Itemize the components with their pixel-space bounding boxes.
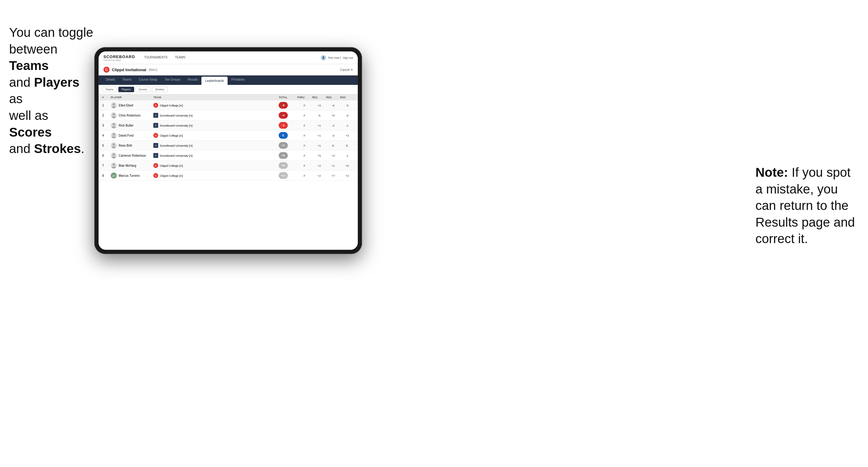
team-name: Clippd College [A]: [160, 164, 183, 167]
rd1-val: +1: [312, 124, 326, 127]
thru-val: F: [297, 164, 312, 167]
col-rd3: RD3: [340, 96, 354, 99]
team-name: Scoreboard University [A]: [160, 124, 193, 127]
score-total: +1: [279, 142, 297, 149]
player-rank: 2: [102, 114, 111, 117]
player-avatar: [111, 112, 117, 118]
player-avatar: [111, 162, 117, 168]
player-cell: Elliot Ebert: [111, 102, 153, 108]
user-avatar-icon: 👤: [321, 55, 326, 61]
table-row[interactable]: 5 Rees Britt ≡ Scoreboard University [A]…: [99, 141, 358, 151]
player-avatar: [111, 132, 117, 138]
rd3-val: -1: [340, 124, 354, 127]
player-rank: 5: [102, 144, 111, 147]
thru-val: F: [297, 104, 312, 107]
toggle-section: Teams Players Scores Strokes: [99, 85, 358, 94]
player-avatar: MT: [111, 173, 117, 179]
total-badge: E: [279, 132, 288, 139]
table-row[interactable]: 7 Blair McHarg C Clippd College [A] +9 F…: [99, 161, 358, 171]
toggle-teams[interactable]: Teams: [102, 87, 117, 92]
thru-val: F: [297, 174, 312, 177]
player-name: Chris Robertson: [119, 114, 141, 117]
score-total: -2: [279, 122, 297, 129]
rd1-val: +5: [312, 154, 326, 157]
tournament-gender: (Men): [149, 68, 158, 71]
rd1-val: +1: [312, 134, 326, 137]
col-team: TEAM: [153, 96, 214, 99]
team-name: Clippd College [A]: [160, 104, 183, 107]
player-avatar: [111, 143, 117, 149]
svg-point-12: [112, 156, 116, 158]
rd1-val: -5: [312, 114, 326, 117]
toggle-scores[interactable]: Scores: [135, 87, 151, 92]
total-badge: +9: [279, 162, 288, 169]
nav-tournaments[interactable]: TOURNAMENTS: [141, 55, 171, 61]
score-total: +11: [279, 172, 297, 179]
tab-printables[interactable]: Printables: [227, 75, 248, 85]
note-label: Note:: [755, 165, 788, 180]
col-player: PLAYER: [111, 96, 153, 99]
tab-details[interactable]: Details: [102, 75, 119, 85]
cancel-button[interactable]: Cancel ✕: [340, 68, 353, 71]
rd3-val: +6: [340, 164, 354, 167]
team-cell: C Clippd College [A]: [153, 163, 214, 168]
team-logo: C: [153, 133, 158, 138]
table-row[interactable]: 8 MT Marcus Turners C Clippd College [A]…: [99, 171, 358, 181]
table-row[interactable]: 6 Cameron Robertson ≡ Scoreboard Univers…: [99, 151, 358, 161]
scoreboard-logo: SCOREBOARD Powered by clippd: [103, 55, 135, 61]
rd1-val: +3: [312, 104, 326, 107]
player-name: Marcus Turners: [119, 174, 140, 177]
team-logo: C: [153, 103, 158, 108]
thru-val: F: [297, 114, 312, 117]
team-logo: ≡: [153, 153, 158, 158]
svg-point-2: [112, 106, 116, 108]
team-cell: ≡ Scoreboard University [A]: [153, 123, 214, 128]
score-total: -4: [279, 112, 297, 119]
player-cell: Cameron Robertson: [111, 152, 153, 158]
tab-tee-groups[interactable]: Tee Groups: [161, 75, 184, 85]
team-name: Clippd College [A]: [160, 174, 183, 177]
team-cell: C Clippd College [A]: [153, 133, 214, 138]
table-row[interactable]: 1 Elliot Ebert C Clippd College [A] -8 F…: [99, 100, 358, 111]
svg-point-6: [112, 126, 116, 128]
tournament-title: C Clippd Invitational (Men): [103, 67, 157, 73]
col-rd2: RD2: [326, 96, 340, 99]
sign-out-link[interactable]: Sign out: [343, 56, 353, 59]
player-rank: 3: [102, 124, 111, 127]
ipad-device: SCOREBOARD Powered by clippd TOURNAMENTS…: [94, 47, 362, 254]
player-name: Cameron Robertson: [119, 154, 146, 157]
table-row[interactable]: 2 Chris Robertson ≡ Scoreboard Universit…: [99, 111, 358, 121]
tab-course-setup[interactable]: Course Setup: [135, 75, 161, 85]
svg-point-10: [112, 146, 116, 149]
player-cell: Chris Robertson: [111, 112, 153, 118]
team-name: Clippd College [A]: [160, 134, 183, 137]
rd3-val: +2: [340, 174, 354, 177]
thru-val: F: [297, 124, 312, 127]
player-name: Rees Britt: [119, 144, 132, 147]
nav-teams[interactable]: TEAMS: [172, 55, 188, 61]
rd1-val: +1: [312, 144, 326, 147]
toggle-strokes[interactable]: Strokes: [152, 87, 168, 92]
tab-leaderboards[interactable]: Leaderboards: [202, 77, 227, 85]
svg-point-5: [113, 123, 115, 126]
team-name: Scoreboard University [A]: [160, 114, 193, 117]
table-row[interactable]: 4 David Ford C Clippd College [A] E F +1: [99, 130, 358, 141]
col-spacer: [214, 96, 279, 99]
player-name: Blair McHarg: [119, 164, 136, 167]
rd2-val: -2: [326, 124, 340, 127]
player-rank: 1: [102, 104, 111, 107]
nav-user: 👤 Test User | Sign out: [321, 55, 353, 61]
annotation-bold-strokes: Strokes: [34, 142, 81, 156]
tab-results[interactable]: Results: [184, 75, 202, 85]
total-badge: -4: [279, 112, 288, 119]
table-row[interactable]: 3 Rich Butler ≡ Scoreboard University [A…: [99, 121, 358, 130]
rd2-val: -6: [326, 104, 340, 107]
svg-point-7: [113, 133, 115, 136]
player-rank: 6: [102, 154, 111, 157]
toggle-players[interactable]: Players: [118, 87, 134, 92]
left-annotation: You can toggle between Teams and Players…: [9, 24, 94, 157]
team-logo: ≡: [153, 143, 158, 148]
team-logo: C: [153, 173, 158, 178]
tournament-name: Clippd Invitational: [112, 67, 146, 72]
tab-teams[interactable]: Teams: [119, 75, 135, 85]
